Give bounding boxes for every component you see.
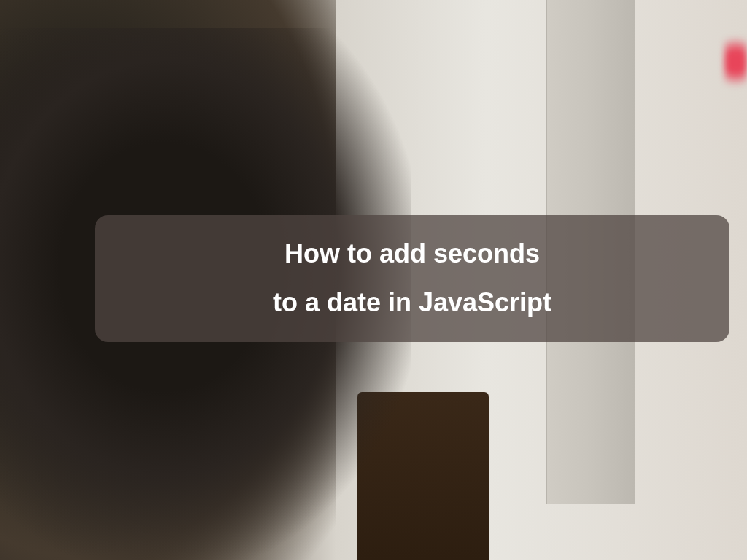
title-line-2: to a date in JavaScript [124,286,700,320]
title-line-1: How to add seconds [124,237,700,271]
title-overlay: How to add seconds to a date in JavaScri… [95,215,729,342]
